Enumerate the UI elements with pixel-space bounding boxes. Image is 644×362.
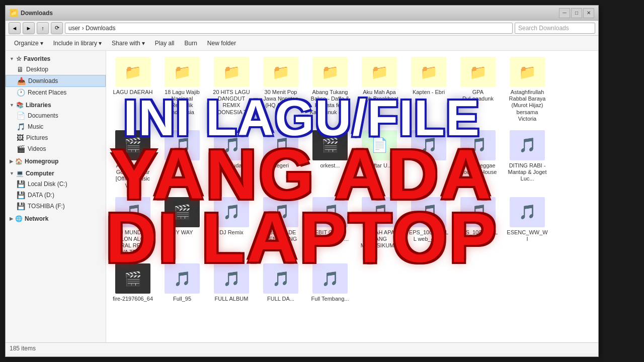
file-item[interactable]: 🎵Pemuda (209, 128, 254, 191)
file-name: LAGU DAERAH (113, 89, 153, 96)
breadcrumb-path[interactable]: user › Downloads (65, 23, 513, 34)
toshiba-disk-icon: 💾 (17, 202, 25, 210)
sidebar-item-pictures[interactable]: 🖼 Pictures (6, 132, 106, 143)
music-label: Music (28, 123, 43, 130)
file-item[interactable]: 📄Daftar U... (357, 128, 402, 191)
file-name: M... (178, 162, 187, 169)
file-item[interactable]: 📁20 HITS LAGU DANGDUT REMIX INDONESIA T.… (209, 55, 254, 124)
file-item[interactable]: 📁30 Menit Pop Jawa Nonstop (HQ AUDIO) (258, 55, 303, 124)
file-item[interactable]: 🎵DJ Remix (209, 195, 254, 258)
file-item[interactable]: 📁Kapten - Ebri (406, 55, 451, 124)
documents-label: Documents (28, 112, 58, 119)
sidebar-item-desktop[interactable]: 🖥 Desktop (6, 64, 106, 75)
network-expand-icon: ▶ (10, 216, 13, 221)
favorites-section: ▼ ☆ Favorites 🖥 Desktop 📥 Downloads 🕐 Re… (6, 54, 106, 98)
play-all-button[interactable]: Play all (150, 37, 179, 49)
sidebar-item-recent-places[interactable]: 🕐 Recent Places (6, 87, 106, 98)
window-icon: 📁 (10, 9, 18, 17)
desktop-label: Desktop (26, 66, 48, 73)
file-item[interactable]: 🎵FULL DA... (258, 261, 303, 304)
toolbar: Organize ▾ Include in library ▾ Share wi… (6, 36, 598, 51)
close-button[interactable]: ✕ (583, 8, 594, 18)
file-item[interactable]: 🎵Disco Reggae Modular House Mix (455, 128, 501, 191)
file-name: DJ Remix (219, 229, 244, 236)
share-with-button[interactable]: Share with ▾ (107, 37, 149, 49)
file-name: FULL ALBUM (215, 296, 249, 302)
file-item[interactable]: 🎬Ayu Ting Ting Goboy Mugar [Official Mus… (110, 128, 155, 191)
window-controls: ─ □ ✕ (559, 8, 594, 18)
favorites-expand-icon: ▼ (10, 56, 14, 61)
file-item[interactable]: 📁GPA PuLogadunk (455, 55, 501, 124)
new-folder-button[interactable]: New folder (203, 37, 240, 49)
file-item[interactable]: 🎵Full_95 (159, 261, 205, 304)
computer-expand-icon: ▼ (10, 171, 14, 176)
include-library-button[interactable]: Include in library ▾ (49, 37, 106, 49)
file-item[interactable]: 📁Astaghfirullah Rabbal Baraya (Murot Hij… (505, 55, 550, 124)
search-box[interactable]: Search Downloads (515, 23, 595, 34)
item-count: 185 items (10, 345, 36, 352)
status-bar: 185 items (6, 342, 598, 353)
file-name: Disco Reggae Modular House Mix (457, 162, 499, 183)
file-name: 20 HITS LAGU DANGDUT REMIX INDONESIA T..… (211, 89, 252, 116)
file-item[interactable]: 🎵FULL ALBUM (209, 261, 254, 304)
file-name: Abang Tukang Bakso - Daffa & Khalista fe… (309, 89, 351, 116)
maximize-button[interactable]: □ (571, 8, 582, 18)
file-item[interactable]: 🎵ESENC_WW_WI (505, 195, 550, 258)
file-item[interactable]: 📁Aku Mah Apa Atuh Breakbeat Mix (357, 55, 402, 124)
computer-header[interactable]: ▼ 💻 Computer (6, 168, 106, 178)
favorites-header[interactable]: ▼ ☆ Favorites (6, 54, 106, 64)
file-name: EPS_10017_ALL web_41(1) (408, 229, 449, 242)
file-name: Ayu Ting Ting Goboy Mugar [Official Musi… (112, 162, 153, 189)
file-item[interactable]: 📁LAGU DAERAH (110, 55, 155, 124)
file-name: Pemuda (221, 162, 242, 169)
sidebar-item-music[interactable]: 🎵 Music (6, 121, 106, 132)
file-item[interactable]: 🎬orkest... (307, 128, 353, 191)
file-name: orkest... (320, 162, 340, 169)
refresh-button[interactable]: ⟳ (51, 22, 63, 34)
sidebar-item-videos[interactable]: 🎬 Videos (6, 143, 106, 154)
file-item[interactable]: 🎵M... (159, 128, 205, 191)
favorites-label: Favorites (24, 55, 50, 62)
up-button[interactable]: ↑ (37, 22, 49, 34)
file-name: GPA PuLogadunk (457, 89, 499, 102)
file-item[interactable]: 🎵EBIT G ADE MENJARING (258, 195, 303, 258)
file-name: Negeri (273, 162, 289, 169)
file-item[interactable]: 🎵EBIT G ADE MENJARING... (307, 195, 353, 258)
sidebar-item-documents[interactable]: 📄 Documents (6, 110, 106, 121)
file-item[interactable]: 🎵EPS_10017_ALL web_41 (455, 195, 501, 258)
file-item[interactable]: 🎵ENTAH APA YANG MERASIKUMU (357, 195, 402, 258)
homegroup-expand-icon: ▶ (10, 159, 13, 164)
file-item[interactable]: 🎵Full Tembang... (307, 261, 353, 304)
back-button[interactable]: ◄ (9, 22, 21, 34)
file-name: 18 Lagu Wajib Nasional Republik Indonesi… (162, 89, 203, 116)
minimize-button[interactable]: ─ (559, 8, 570, 18)
sidebar-item-toshiba[interactable]: 💾 TOSHIBA (F:) (6, 201, 106, 212)
file-item[interactable]: 🎵B... (406, 128, 451, 191)
file-item[interactable]: 🎵DITING RABI - Mantap & Joget Luc... (505, 128, 550, 191)
sidebar: ▼ ☆ Favorites 🖥 Desktop 📥 Downloads 🕐 Re… (6, 51, 106, 342)
file-item[interactable]: 📁18 Lagu Wajib Nasional Republik Indones… (159, 55, 205, 124)
file-name: DITING RABI - Mantap & Joget Luc... (507, 162, 548, 183)
burn-button[interactable]: Burn (180, 37, 201, 49)
libraries-label: Libraries (26, 102, 51, 109)
libraries-header[interactable]: ▼ 📚 Libraries (6, 100, 106, 110)
file-explorer-window: 📁 Downloads ─ □ ✕ ◄ ► ↑ ⟳ user › Downloa… (5, 5, 599, 357)
file-item[interactable]: 🎵EPS_10017_ALL web_41(1) (406, 195, 451, 258)
organize-button[interactable]: Organize ▾ (10, 37, 48, 49)
file-name: EPS_10017_ALL web_41 (457, 229, 499, 242)
network-header[interactable]: ▶ 🌐 Network (6, 214, 106, 224)
file-item[interactable]: 🎬fire-2197606_64 (110, 261, 155, 304)
file-item[interactable]: 📁Abang Tukang Bakso - Daffa & Khalista f… (307, 55, 353, 124)
sidebar-item-data[interactable]: 💾 DATA (D:) (6, 190, 106, 201)
downloads-label: Downloads (28, 77, 58, 84)
file-name: fire-2197606_64 (113, 296, 153, 302)
computer-icon: 💻 (16, 170, 24, 177)
file-item[interactable]: 🎵DJ MUNDUR ALON ALON VIRAL REMIX JAWA TE… (110, 195, 155, 258)
homegroup-header[interactable]: ▶ 🏠 Homegroup (6, 156, 106, 166)
file-item[interactable]: 🎬MY WAY (159, 195, 205, 258)
file-name: EBIT G ADE MENJARING (260, 229, 301, 242)
sidebar-item-downloads[interactable]: 📥 Downloads (6, 75, 106, 87)
forward-button[interactable]: ► (23, 22, 35, 34)
sidebar-item-local-disk[interactable]: 💾 Local Disk (C:) (6, 178, 106, 190)
file-item[interactable]: 🎵Negeri (258, 128, 303, 191)
